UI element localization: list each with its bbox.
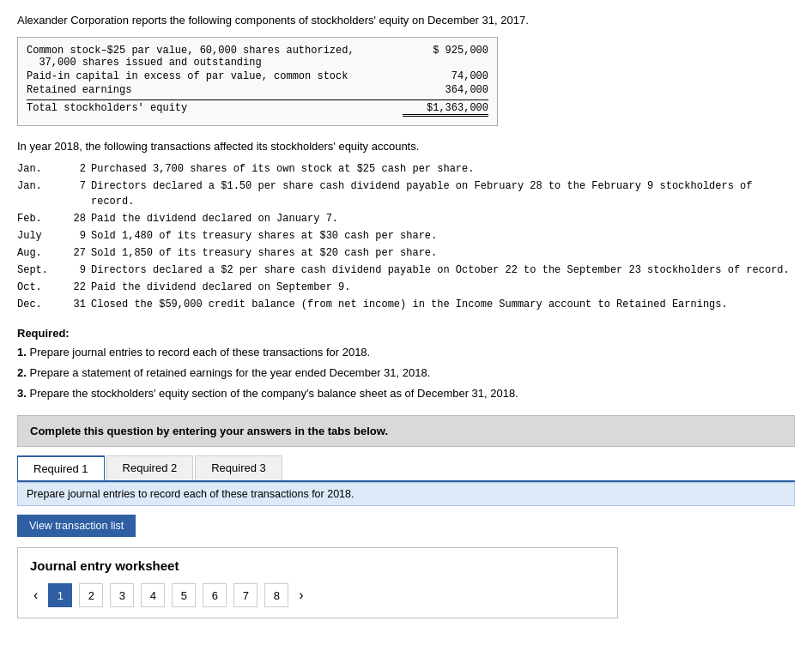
equity-value-total: $1,363,000 xyxy=(403,102,488,117)
page-7-button[interactable]: 7 xyxy=(233,583,258,607)
transaction-item: Jan.7Directors declared a $1.50 per shar… xyxy=(17,178,795,209)
page-3-button[interactable]: 3 xyxy=(110,583,134,607)
required-title: Required: xyxy=(17,327,70,340)
page-5-button[interactable]: 5 xyxy=(172,583,196,607)
tx-desc: Sold 1,480 of its treasury shares at $30… xyxy=(91,228,795,244)
required-text: Prepare a statement of retained earnings… xyxy=(29,366,430,379)
journal-title: Journal entry worksheet xyxy=(30,558,605,573)
tx-month: July xyxy=(17,228,60,244)
transaction-item: Dec.31Closed the $59,000 credit balance … xyxy=(17,297,795,312)
page-2-button[interactable]: 2 xyxy=(79,583,103,607)
next-page-button[interactable]: › xyxy=(295,588,306,603)
pagination: ‹ 1 2 3 4 5 6 7 8 › xyxy=(30,583,605,607)
page-8-button[interactable]: 8 xyxy=(264,583,288,607)
transaction-item: Jan.2Purchased 3,700 shares of its own s… xyxy=(17,161,795,177)
required-num: 3. xyxy=(17,387,27,400)
transactions-section: Jan.2Purchased 3,700 shares of its own s… xyxy=(17,161,795,312)
tx-desc: Directors declared a $2 per share cash d… xyxy=(91,262,795,278)
tx-month: Jan. xyxy=(17,178,60,209)
required-text: Prepare the stockholders' equity section… xyxy=(29,387,518,400)
tx-day: 9 xyxy=(60,262,86,278)
tx-day: 7 xyxy=(60,178,86,209)
transaction-item: Oct.22Paid the dividend declared on Sept… xyxy=(17,280,795,295)
tx-month: Dec. xyxy=(17,297,60,312)
equity-row-1: Common stock–$25 par value, 60,000 share… xyxy=(27,45,488,69)
tx-day: 2 xyxy=(60,161,86,177)
tx-day: 28 xyxy=(60,211,86,226)
tx-day: 22 xyxy=(60,280,86,295)
required-num: 2. xyxy=(17,366,27,379)
tx-desc: Directors declared a $1.50 per share cas… xyxy=(91,178,795,209)
year-intro-text: In year 2018, the following transactions… xyxy=(17,140,795,153)
required-item: 3. Prepare the stockholders' equity sect… xyxy=(17,384,795,403)
equity-row-2: Paid-in capital in excess of par value, … xyxy=(27,70,488,82)
tx-month: Feb. xyxy=(17,211,60,226)
tab-required-1[interactable]: Required 1 xyxy=(17,455,105,480)
tx-day: 27 xyxy=(60,245,86,261)
tab-required-2[interactable]: Required 2 xyxy=(106,455,194,480)
tx-desc: Paid the dividend declared on September … xyxy=(91,280,795,295)
equity-row-3: Retained earnings 364,000 xyxy=(27,84,488,96)
transaction-item: July9Sold 1,480 of its treasury shares a… xyxy=(17,228,795,244)
transaction-item: Sept.9Directors declared a $2 per share … xyxy=(17,262,795,278)
tx-desc: Closed the $59,000 credit balance (from … xyxy=(91,297,795,312)
equity-label-1: Common stock–$25 par value, 60,000 share… xyxy=(27,45,403,69)
equity-label-total: Total stockholders' equity xyxy=(27,102,403,114)
equity-table: Common stock–$25 par value, 60,000 share… xyxy=(17,37,498,126)
required-text: Prepare journal entries to record each o… xyxy=(29,346,370,359)
transaction-item: Aug.27Sold 1,850 of its treasury shares … xyxy=(17,245,795,261)
equity-value-2: 74,000 xyxy=(403,70,488,82)
prev-page-button[interactable]: ‹ xyxy=(30,588,41,603)
view-transaction-list-button[interactable]: View transaction list xyxy=(17,515,136,537)
tx-month: Oct. xyxy=(17,280,60,295)
transaction-item: Feb.28Paid the dividend declared on Janu… xyxy=(17,211,795,226)
equity-label-3: Retained earnings xyxy=(27,84,403,96)
tx-day: 31 xyxy=(60,297,86,312)
tx-desc: Purchased 3,700 shares of its own stock … xyxy=(91,161,795,177)
prepare-bar: Prepare journal entries to record each o… xyxy=(17,482,795,506)
tabs-container: Required 1 Required 2 Required 3 xyxy=(17,455,795,482)
tx-day: 9 xyxy=(60,228,86,244)
equity-label-2: Paid-in capital in excess of par value, … xyxy=(27,70,403,82)
tx-month: Jan. xyxy=(17,161,60,177)
page-4-button[interactable]: 4 xyxy=(141,583,165,607)
tab-required-3[interactable]: Required 3 xyxy=(195,455,282,480)
tx-month: Aug. xyxy=(17,245,60,261)
tx-desc: Paid the dividend declared on January 7. xyxy=(91,211,795,226)
equity-value-1: $ 925,000 xyxy=(403,45,488,57)
intro-text: Alexander Corporation reports the follow… xyxy=(17,14,795,27)
required-item: 1. Prepare journal entries to record eac… xyxy=(17,343,795,362)
journal-box: Journal entry worksheet ‹ 1 2 3 4 5 6 7 … xyxy=(17,547,618,618)
tx-month: Sept. xyxy=(17,262,60,278)
equity-value-3: 364,000 xyxy=(403,84,488,96)
equity-row-total: Total stockholders' equity $1,363,000 xyxy=(27,99,488,117)
required-item: 2. Prepare a statement of retained earni… xyxy=(17,364,795,383)
page-1-button[interactable]: 1 xyxy=(48,583,72,607)
required-section: Required: 1. Prepare journal entries to … xyxy=(17,324,795,403)
complete-box: Complete this question by entering your … xyxy=(17,415,795,447)
page-6-button[interactable]: 6 xyxy=(203,583,227,607)
tx-desc: Sold 1,850 of its treasury shares at $20… xyxy=(91,245,795,261)
required-num: 1. xyxy=(17,346,27,359)
